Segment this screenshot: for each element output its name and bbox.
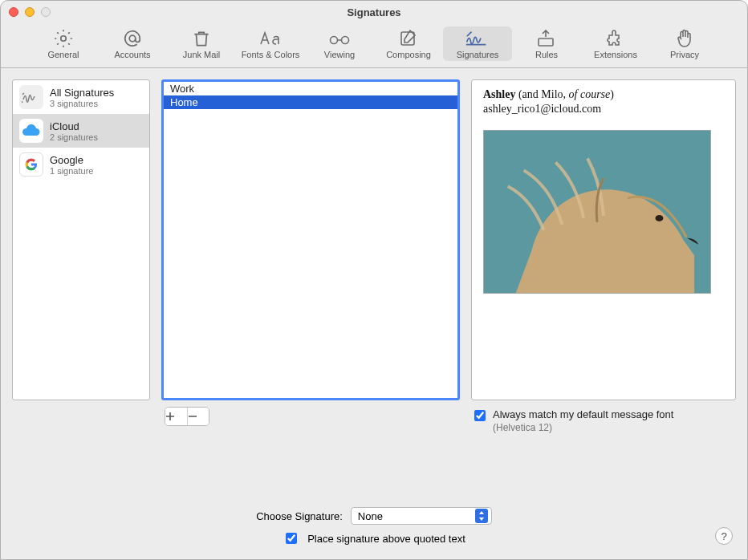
account-item-google[interactable]: Google 1 signature: [13, 148, 149, 181]
choose-signature-label: Choose Signature:: [256, 510, 343, 522]
tab-privacy[interactable]: Privacy: [650, 26, 719, 61]
google-icon: [19, 152, 43, 177]
tab-label: Rules: [535, 50, 558, 59]
account-text: Google 1 signature: [50, 154, 93, 176]
hand-icon: [672, 29, 697, 48]
window-title: Signatures: [1, 6, 747, 18]
signature-image: [483, 130, 711, 294]
gear-icon: [51, 29, 76, 48]
paren-post: ): [610, 88, 614, 100]
help-button[interactable]: ?: [715, 527, 733, 545]
account-text: All Signatures 3 signatures: [50, 87, 114, 108]
puzzle-icon: [603, 29, 628, 48]
tab-extensions[interactable]: Extensions: [581, 26, 650, 61]
minus-icon: [188, 412, 197, 421]
preview-column: Ashley (and Milo, of course) ashley_rico…: [471, 79, 736, 491]
signature-item-home[interactable]: Home: [164, 95, 457, 109]
signature-editor[interactable]: Ashley (and Milo, of course) ashley_rico…: [471, 79, 736, 400]
tab-label: Privacy: [670, 50, 699, 59]
tab-fonts-colors[interactable]: Fonts & Colors: [236, 26, 305, 61]
bottom-controls: Choose Signature: None Place signature a…: [1, 499, 747, 559]
fonts-icon: [258, 29, 283, 48]
paren-pre: (and Milo,: [515, 88, 568, 100]
signature-email: ashley_rico1@icloud.com: [483, 103, 724, 116]
add-signature-button[interactable]: [165, 408, 188, 425]
account-name: All Signatures: [50, 87, 114, 99]
titlebar: Signatures: [1, 1, 747, 23]
match-font-checkbox[interactable]: [474, 410, 486, 421]
remove-signature-button[interactable]: [188, 408, 209, 425]
svg-point-1: [129, 35, 136, 42]
svg-point-7: [655, 215, 663, 221]
at-sign-icon: [120, 29, 145, 48]
dog-photo-icon: [484, 130, 710, 294]
account-text: iCloud 2 signatures: [50, 120, 98, 142]
preferences-window: Signatures General Accounts Junk Mail Fo…: [0, 0, 748, 560]
tab-rules[interactable]: Rules: [512, 26, 581, 61]
signature-name-line: Ashley (and Milo, of course): [483, 88, 724, 101]
tab-label: General: [47, 50, 79, 59]
rules-icon: [534, 29, 559, 48]
account-sub: 3 signatures: [50, 99, 114, 108]
signature-icon: [465, 29, 490, 48]
choose-signature-row: Choose Signature: None: [256, 507, 492, 525]
paren-italic: of course: [569, 88, 611, 100]
signature-name: Ashley: [483, 88, 515, 100]
chevron-up-down-icon: [475, 509, 488, 523]
accounts-list[interactable]: All Signatures 3 signatures iCloud 2 sig…: [12, 79, 150, 400]
account-name: Google: [50, 154, 93, 166]
signature-list[interactable]: Work Home: [161, 79, 460, 400]
tab-signatures[interactable]: Signatures: [443, 26, 512, 61]
tab-label: Extensions: [594, 50, 637, 59]
match-font-label: Always match my default message font: [493, 408, 673, 420]
match-font-row: Always match my default message font (He…: [471, 408, 736, 433]
match-font-text: Always match my default message font (He…: [493, 408, 673, 433]
preferences-toolbar: General Accounts Junk Mail Fonts & Color…: [1, 23, 747, 68]
svg-point-3: [342, 37, 349, 44]
compose-icon: [396, 29, 421, 48]
choose-signature-select[interactable]: None: [351, 507, 492, 525]
add-remove-toolbar: [165, 407, 209, 426]
plus-icon: [165, 412, 175, 421]
all-signatures-icon: [19, 85, 43, 109]
place-above-label: Place signature above quoted text: [307, 533, 465, 545]
tab-label: Signatures: [457, 50, 499, 59]
match-font-sub: (Helvetica 12): [493, 422, 673, 433]
tab-label: Viewing: [324, 50, 355, 59]
content-area: All Signatures 3 signatures iCloud 2 sig…: [1, 68, 747, 499]
account-item-all[interactable]: All Signatures 3 signatures: [13, 80, 149, 114]
account-sub: 2 signatures: [50, 132, 98, 142]
svg-point-0: [61, 36, 67, 42]
svg-point-2: [331, 37, 338, 44]
place-above-checkbox[interactable]: [286, 533, 297, 544]
signature-item-work[interactable]: Work: [164, 82, 457, 95]
tab-label: Fonts & Colors: [242, 50, 300, 59]
svg-rect-5: [539, 39, 553, 46]
tab-composing[interactable]: Composing: [374, 26, 443, 61]
tab-viewing[interactable]: Viewing: [305, 26, 374, 61]
place-above-row: Place signature above quoted text: [283, 531, 465, 546]
tab-label: Composing: [386, 50, 431, 59]
icloud-icon: [19, 119, 43, 143]
tab-accounts[interactable]: Accounts: [98, 26, 167, 61]
account-sub: 1 signature: [50, 166, 93, 176]
account-name: iCloud: [50, 120, 98, 132]
tab-label: Junk Mail: [183, 50, 220, 59]
choose-signature-value: None: [358, 510, 383, 522]
tab-label: Accounts: [114, 50, 150, 59]
trash-icon: [189, 29, 214, 48]
question-mark-icon: ?: [721, 530, 726, 542]
tab-junk-mail[interactable]: Junk Mail: [167, 26, 236, 61]
account-item-icloud[interactable]: iCloud 2 signatures: [13, 114, 149, 148]
glasses-icon: [327, 29, 352, 48]
tab-general[interactable]: General: [29, 26, 98, 61]
signature-list-column: Work Home: [161, 79, 460, 491]
